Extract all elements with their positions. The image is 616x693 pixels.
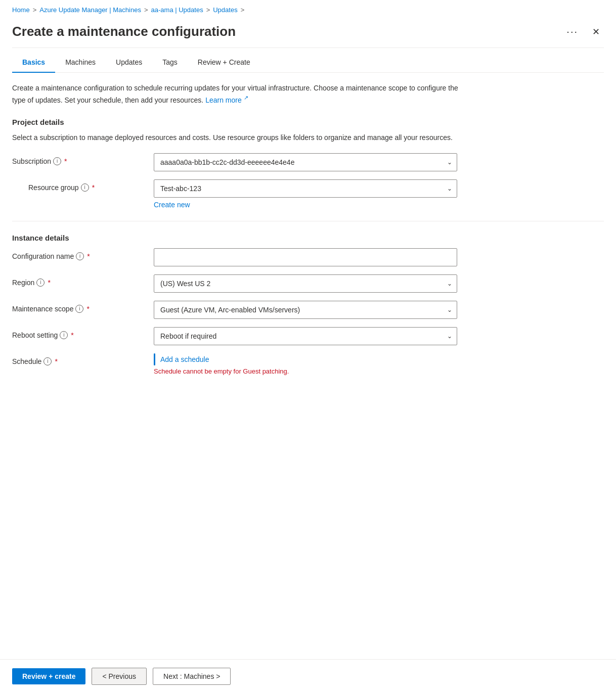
resource-group-info-icon[interactable]: i [81, 183, 89, 192]
subscription-info-icon[interactable]: i [53, 157, 61, 165]
add-schedule-link[interactable]: Add a schedule [160, 353, 209, 365]
page-title: Create a maintenance configuration [12, 24, 236, 39]
reboot-setting-control: Reboot if required ⌄ [154, 327, 457, 345]
previous-button[interactable]: < Previous [92, 668, 147, 685]
region-info-icon[interactable]: i [36, 279, 45, 287]
tab-tags[interactable]: Tags [152, 52, 188, 72]
breadcrumb-aa-ama[interactable]: aa-ama | Updates [151, 6, 203, 14]
tab-updates[interactable]: Updates [106, 52, 152, 72]
project-details-description: Select a subscription to manage deployed… [12, 132, 467, 143]
resource-group-required: * [92, 183, 95, 192]
subscription-label: Subscription [12, 157, 51, 165]
subscription-control: aaaa0a0a-bb1b-cc2c-dd3d-eeeeee4e4e4e ⌄ [154, 153, 457, 171]
ellipsis-button[interactable]: ··· [562, 24, 582, 39]
region-select[interactable]: (US) West US 2 [154, 274, 457, 293]
external-link-icon: ↗ [244, 95, 248, 101]
header-actions: ··· ✕ [562, 24, 604, 39]
tab-review-create[interactable]: Review + Create [188, 52, 260, 72]
section-divider-1 [12, 221, 604, 221]
resource-group-label-col: Resource group i * [12, 179, 154, 192]
resource-group-select-wrapper: Test-abc-123 ⌄ [154, 179, 457, 198]
reboot-setting-select-wrapper: Reboot if required ⌄ [154, 327, 457, 345]
maintenance-scope-select-wrapper: Guest (Azure VM, Arc-enabled VMs/servers… [154, 301, 457, 319]
subscription-select[interactable]: aaaa0a0a-bb1b-cc2c-dd3d-eeeeee4e4e4e [154, 153, 457, 171]
bottom-bar: Review + create < Previous Next : Machin… [0, 659, 616, 693]
create-new-resource-group-link[interactable]: Create new [154, 201, 190, 209]
configuration-name-label-col: Configuration name i * [12, 248, 154, 260]
configuration-name-row: Configuration name i * [12, 248, 604, 266]
maintenance-scope-label-col: Maintenance scope i * [12, 301, 154, 313]
page-description: Create a maintenance configuration to sc… [12, 83, 467, 106]
project-details-section: Project details Select a subscription to… [12, 118, 604, 209]
review-create-button[interactable]: Review + create [12, 668, 85, 684]
schedule-label: Schedule [12, 357, 41, 365]
subscription-required: * [64, 157, 67, 165]
next-button[interactable]: Next : Machines > [153, 668, 231, 685]
resource-group-row: Resource group i * Test-abc-123 ⌄ Create… [12, 179, 604, 209]
configuration-name-label: Configuration name [12, 252, 74, 260]
maintenance-scope-required: * [86, 305, 89, 313]
reboot-setting-info-icon[interactable]: i [60, 331, 68, 339]
tab-bar: Basics Machines Updates Tags Review + Cr… [12, 52, 604, 73]
learn-more-link[interactable]: Learn more ↗ [205, 96, 248, 104]
configuration-name-input[interactable] [154, 248, 457, 266]
reboot-setting-required: * [71, 331, 73, 339]
region-required: * [48, 279, 50, 287]
configuration-name-info-icon[interactable]: i [76, 252, 84, 260]
reboot-setting-label: Reboot setting [12, 331, 58, 339]
schedule-row: Schedule i * Add a schedule Schedule can… [12, 353, 604, 375]
subscription-label-col: Subscription i * [12, 153, 154, 165]
schedule-label-col: Schedule i * [12, 353, 154, 365]
instance-details-section: Instance details Configuration name i * … [12, 234, 604, 375]
reboot-setting-label-col: Reboot setting i * [12, 327, 154, 339]
reboot-setting-select[interactable]: Reboot if required [154, 327, 457, 345]
configuration-name-control [154, 248, 457, 266]
page-header: Create a maintenance configuration ··· ✕ [12, 18, 604, 48]
region-label-col: Region i * [12, 274, 154, 287]
schedule-inner-row: Add a schedule [154, 353, 457, 365]
close-button[interactable]: ✕ [588, 24, 604, 39]
schedule-info-icon[interactable]: i [43, 357, 52, 365]
schedule-control: Add a schedule Schedule cannot be empty … [154, 353, 457, 375]
schedule-required: * [55, 357, 57, 365]
breadcrumb-home[interactable]: Home [12, 6, 30, 14]
tab-machines[interactable]: Machines [55, 52, 106, 72]
project-details-title: Project details [12, 118, 604, 126]
instance-details-title: Instance details [12, 234, 604, 242]
breadcrumb-updates[interactable]: Updates [213, 6, 237, 14]
region-label: Region [12, 279, 34, 287]
maintenance-scope-row: Maintenance scope i * Guest (Azure VM, A… [12, 301, 604, 319]
maintenance-scope-select[interactable]: Guest (Azure VM, Arc-enabled VMs/servers… [154, 301, 457, 319]
breadcrumb-azure-update-manager[interactable]: Azure Update Manager | Machines [39, 6, 141, 14]
schedule-content: Add a schedule [160, 353, 209, 365]
region-select-wrapper: (US) West US 2 ⌄ [154, 274, 457, 293]
region-control: (US) West US 2 ⌄ [154, 274, 457, 293]
schedule-error-message: Schedule cannot be empty for Guest patch… [154, 367, 457, 375]
configuration-name-required: * [87, 252, 90, 260]
tab-basics[interactable]: Basics [12, 52, 55, 72]
reboot-setting-row: Reboot setting i * Reboot if required ⌄ [12, 327, 604, 345]
subscription-select-wrapper: aaaa0a0a-bb1b-cc2c-dd3d-eeeeee4e4e4e ⌄ [154, 153, 457, 171]
breadcrumb: Home > Azure Update Manager | Machines >… [12, 0, 604, 18]
schedule-left-border [154, 353, 155, 365]
maintenance-scope-control: Guest (Azure VM, Arc-enabled VMs/servers… [154, 301, 457, 319]
resource-group-label: Resource group [28, 183, 79, 192]
resource-group-control: Test-abc-123 ⌄ Create new [154, 179, 457, 209]
subscription-row: Subscription i * aaaa0a0a-bb1b-cc2c-dd3d… [12, 153, 604, 171]
resource-group-select[interactable]: Test-abc-123 [154, 179, 457, 198]
region-row: Region i * (US) West US 2 ⌄ [12, 274, 604, 293]
maintenance-scope-label: Maintenance scope [12, 305, 73, 313]
maintenance-scope-info-icon[interactable]: i [75, 305, 83, 313]
